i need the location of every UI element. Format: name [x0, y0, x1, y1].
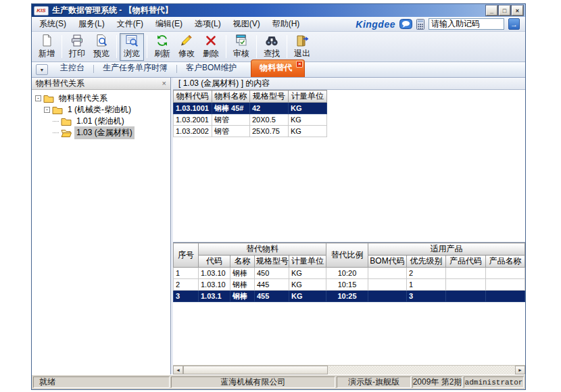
- table-row[interactable]: 1.03.2002 钢管 25X0.75 KG: [174, 126, 327, 137]
- status-period: 2009年 第2期: [412, 376, 462, 388]
- grid-cell[interactable]: KG: [289, 103, 327, 114]
- grid-cell[interactable]: 钢管: [212, 126, 250, 137]
- collapse-icon[interactable]: -: [44, 107, 50, 113]
- grid-cell[interactable]: 20X0.5: [250, 114, 289, 126]
- status-edition: 演示版-旗舰版: [337, 376, 411, 388]
- scrollbar-thumb[interactable]: [183, 366, 328, 374]
- grid-cell[interactable]: [446, 268, 486, 279]
- grid-cell[interactable]: 445: [255, 279, 289, 291]
- table-row-selected[interactable]: 1.03.1001 钢棒 45# 42 KG: [174, 103, 327, 114]
- tab-production-task-list[interactable]: 生产任务单序时簿: [94, 59, 176, 77]
- materials-section: 物料代码 物料名称 规格型号 计量单位 1.03.1001 钢棒 45# 42 …: [173, 90, 525, 242]
- grid-cell[interactable]: 1.03.1001: [174, 103, 212, 114]
- kis-logo-icon: KIS: [34, 6, 49, 16]
- collapse-icon[interactable]: -: [35, 95, 41, 101]
- grid-cell[interactable]: 1.03.2001: [174, 114, 212, 126]
- grid-cell[interactable]: 10:15: [326, 279, 368, 291]
- table-row[interactable]: 2 1.03.10 钢棒 445 KG 10:15 1: [174, 279, 525, 291]
- grid-cell[interactable]: 钢棒: [230, 279, 255, 291]
- grid-cell[interactable]: 455: [255, 291, 289, 302]
- find-button[interactable]: 查找: [260, 33, 284, 61]
- grid-cell[interactable]: 2: [174, 279, 199, 291]
- tree-node-root[interactable]: - 物料替代关系: [35, 93, 169, 104]
- grid-cell[interactable]: 1: [407, 279, 446, 291]
- tree-node-machinery[interactable]: - 1 (机械类-柴油机): [44, 104, 169, 116]
- column-header: 物料名称: [212, 91, 250, 103]
- table-row[interactable]: 1.03.2001 钢管 20X0.5 KG: [174, 114, 327, 126]
- grid-cell[interactable]: 钢棒: [230, 291, 255, 302]
- menu-item-file[interactable]: 文件(F): [111, 16, 149, 32]
- menu-item-edit[interactable]: 编辑(E): [149, 16, 189, 32]
- horizontal-scrollbar[interactable]: ◄ ►: [173, 365, 525, 374]
- refresh-button[interactable]: 刷新: [150, 33, 174, 61]
- browse-button[interactable]: 浏览: [120, 33, 144, 61]
- grid-cell[interactable]: [486, 268, 525, 279]
- delete-button[interactable]: 删除: [199, 33, 223, 61]
- grid-cell[interactable]: KG: [289, 114, 327, 126]
- menu-item-help[interactable]: 帮助(H): [266, 16, 306, 32]
- status-user: administrator: [464, 376, 524, 388]
- column-header: 产品代码: [446, 255, 486, 268]
- grid-cell[interactable]: [446, 291, 486, 302]
- tab-close-icon[interactable]: ×: [296, 61, 303, 68]
- tab-material-substitution-active[interactable]: 物料替代 ×: [251, 59, 305, 77]
- messenger-icon[interactable]: [399, 19, 412, 30]
- pencil-icon: [179, 34, 194, 47]
- maximize-button[interactable]: □: [499, 5, 510, 16]
- grid-cell[interactable]: 钢棒: [230, 268, 255, 279]
- menu-item-system[interactable]: 系统(S): [33, 16, 72, 32]
- grid-cell[interactable]: 钢棒 45#: [212, 103, 250, 114]
- tab-main-console[interactable]: 主控台: [51, 59, 93, 77]
- go-button[interactable]: →: [508, 18, 520, 30]
- grid-cell[interactable]: 10:20: [326, 268, 368, 279]
- new-button[interactable]: 新增: [34, 33, 59, 61]
- grid-cell[interactable]: KG: [289, 291, 326, 302]
- exit-button[interactable]: 退出: [290, 33, 314, 61]
- menu-item-options[interactable]: 选项(L): [189, 16, 227, 32]
- grid-cell[interactable]: 1.03.10: [199, 268, 230, 279]
- scroll-right-icon[interactable]: ►: [515, 366, 525, 374]
- grid-cell[interactable]: 3: [407, 291, 446, 302]
- grid-cell[interactable]: [368, 268, 407, 279]
- grid-cell[interactable]: KG: [289, 268, 326, 279]
- mnemonic-input[interactable]: [429, 18, 504, 30]
- grid-cell[interactable]: 10:25: [326, 291, 368, 302]
- grid-cell[interactable]: 3: [174, 291, 199, 302]
- substitutes-empty-area: [173, 302, 525, 365]
- grid-cell[interactable]: [446, 279, 486, 291]
- grid-cell[interactable]: [486, 291, 525, 302]
- print-button[interactable]: 打印: [65, 33, 89, 61]
- grid-cell[interactable]: [368, 279, 407, 291]
- folder-icon: [52, 105, 63, 114]
- calculator-icon[interactable]: [416, 19, 424, 30]
- grid-cell[interactable]: 2: [407, 268, 446, 279]
- menu-item-view[interactable]: 视图(V): [227, 16, 266, 32]
- grid-cell[interactable]: 1.03.1: [199, 291, 230, 302]
- preview-button[interactable]: 预览: [89, 33, 114, 61]
- tab-customer-bom[interactable]: 客户BOM维护: [177, 59, 245, 77]
- tab-dropdown-button[interactable]: ▼: [36, 64, 48, 75]
- tree-node-metal-selected[interactable]: 1.03 (金属材料): [53, 127, 169, 139]
- grid-cell[interactable]: 42: [250, 103, 289, 114]
- grid-cell[interactable]: KG: [289, 279, 326, 291]
- tree-panel-close-icon[interactable]: ×: [162, 80, 166, 87]
- grid-cell[interactable]: KG: [289, 126, 327, 137]
- minimize-button[interactable]: _: [486, 5, 497, 16]
- close-button[interactable]: ×: [512, 5, 523, 16]
- scroll-left-icon[interactable]: ◄: [173, 366, 183, 374]
- grid-cell[interactable]: 25X0.75: [250, 126, 289, 137]
- grid-cell[interactable]: 1.03.2002: [174, 126, 212, 137]
- tree-node-diesel[interactable]: 1.01 (柴油机): [53, 116, 169, 127]
- audit-button[interactable]: 审核: [229, 33, 253, 61]
- grid-cell[interactable]: 1.03.10: [199, 279, 230, 291]
- grid-cell[interactable]: [486, 279, 525, 291]
- modify-button[interactable]: 修改: [174, 33, 199, 61]
- menu-item-service[interactable]: 服务(L): [72, 16, 111, 32]
- grid-cell[interactable]: 450: [255, 268, 289, 279]
- grid-cell[interactable]: [368, 291, 407, 302]
- grid-cell[interactable]: 1: [174, 268, 199, 279]
- delete-x-icon: [203, 34, 218, 47]
- table-row-selected[interactable]: 3 1.03.1 钢棒 455 KG 10:25 3: [174, 291, 525, 302]
- grid-cell[interactable]: 钢管: [212, 114, 250, 126]
- table-row[interactable]: 1 1.03.10 钢棒 450 KG 10:20 2: [174, 268, 525, 279]
